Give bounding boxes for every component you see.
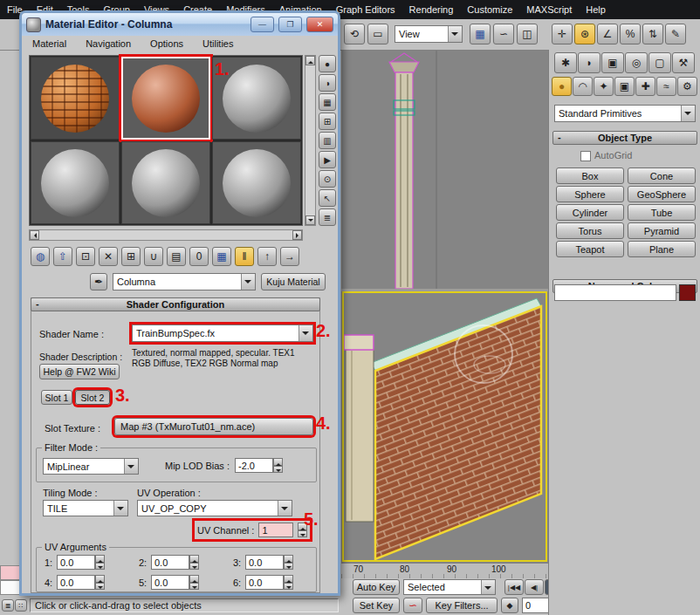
show-end-result-icon[interactable]: ‖ bbox=[235, 247, 254, 266]
uv-arg-field-2[interactable]: 0.0 bbox=[151, 555, 189, 570]
mip-lod-bias-spinner[interactable] bbox=[273, 458, 283, 473]
go-to-start-button[interactable]: |◀◀ bbox=[504, 579, 524, 595]
macro-recorder-icon[interactable]: ∷ bbox=[15, 599, 27, 612]
object-color-swatch[interactable] bbox=[679, 284, 696, 301]
sample-slot-6[interactable] bbox=[212, 141, 301, 224]
lights-category-icon[interactable]: ✦ bbox=[594, 77, 614, 96]
primitive-teapot-button[interactable]: Teapot bbox=[556, 241, 624, 257]
menu-maxscript[interactable]: MAXScript bbox=[519, 4, 579, 15]
dropdown-arrow-icon[interactable] bbox=[124, 459, 138, 474]
sample-type-icon[interactable]: ● bbox=[319, 55, 336, 72]
set-key-button[interactable]: Set Key bbox=[353, 598, 400, 613]
background-icon[interactable]: ▦ bbox=[319, 93, 336, 111]
backlight-icon[interactable]: ◑ bbox=[319, 74, 336, 92]
go-forward-sibling-icon[interactable]: → bbox=[280, 247, 299, 266]
primitive-box-button[interactable]: Box bbox=[556, 167, 624, 184]
sample-horizontal-scrollbar[interactable] bbox=[29, 229, 303, 241]
percent-snap-icon[interactable]: % bbox=[620, 24, 641, 44]
minimize-button[interactable]: — bbox=[250, 17, 274, 32]
uv-operation-dropdown[interactable]: UV_OP_COPY bbox=[137, 500, 292, 516]
curve-editor-icon[interactable]: ∽ bbox=[493, 24, 514, 44]
assign-material-icon[interactable]: ⊡ bbox=[76, 247, 95, 266]
menu-customize[interactable]: Customize bbox=[460, 4, 519, 15]
utilities-tab-icon[interactable]: ⚒ bbox=[672, 52, 695, 73]
uv-arg-field-3[interactable]: 0.0 bbox=[245, 555, 284, 570]
uv-arg-spinner[interactable] bbox=[189, 575, 199, 590]
make-preview-icon[interactable]: ▶ bbox=[319, 151, 336, 168]
select-by-material-icon[interactable]: ↖ bbox=[319, 189, 336, 207]
sample-slot-2-selected[interactable] bbox=[121, 57, 210, 140]
dropdown-arrow-icon[interactable] bbox=[299, 325, 312, 341]
rotate-view-icon[interactable]: ⟲ bbox=[344, 24, 365, 44]
menu-utilities[interactable]: Utilities bbox=[202, 38, 233, 49]
modify-tab-icon[interactable]: ◗ bbox=[578, 52, 600, 73]
primitive-sphere-button[interactable]: Sphere bbox=[556, 186, 624, 202]
menu-help[interactable]: Help bbox=[579, 4, 613, 15]
options-icon[interactable]: ⊙ bbox=[319, 170, 336, 188]
layer-manager-icon[interactable]: ▦ bbox=[470, 24, 491, 44]
primitive-cylinder-button[interactable]: Cylinder bbox=[556, 204, 624, 221]
systems-category-icon[interactable]: ⚙ bbox=[677, 77, 697, 96]
motion-tab-icon[interactable]: ◎ bbox=[625, 52, 648, 73]
material-type-button[interactable]: Kuju Material bbox=[261, 273, 326, 290]
view-dropdown[interactable]: View bbox=[395, 25, 463, 43]
make-material-copy-icon[interactable]: ⊞ bbox=[121, 247, 141, 266]
menu-options[interactable]: Options bbox=[150, 38, 183, 49]
sample-slot-5[interactable] bbox=[121, 141, 210, 224]
show-map-in-viewport-icon[interactable]: ▦ bbox=[212, 247, 231, 266]
select-and-manipulate-icon[interactable]: ✛ bbox=[552, 24, 573, 44]
maximize-button[interactable]: ❐ bbox=[278, 17, 302, 32]
menu-navigation[interactable]: Navigation bbox=[86, 38, 131, 49]
helpers-category-icon[interactable]: ✚ bbox=[635, 77, 655, 96]
video-color-check-icon[interactable]: ▥ bbox=[319, 132, 336, 149]
filter-mode-dropdown[interactable]: MipLinear bbox=[43, 458, 139, 475]
uv-channel-field[interactable]: 1 bbox=[258, 523, 293, 537]
rollout-collapse-icon[interactable]: - bbox=[36, 298, 39, 309]
primitive-plane-button[interactable]: Plane bbox=[628, 241, 696, 257]
uv-arg-spinner[interactable] bbox=[95, 555, 105, 570]
primitive-cone-button[interactable]: Cone bbox=[628, 167, 696, 184]
object-type-rollout[interactable]: - Object Type bbox=[552, 131, 697, 145]
sample-slot-1[interactable] bbox=[31, 57, 120, 140]
sample-slot-4[interactable] bbox=[31, 141, 120, 224]
dropdown-arrow-icon[interactable] bbox=[448, 26, 462, 42]
close-button[interactable]: ✕ bbox=[306, 17, 333, 32]
menu-rendering[interactable]: Rendering bbox=[402, 4, 461, 15]
make-unique-icon[interactable]: ∪ bbox=[144, 247, 163, 266]
scroll-right-icon[interactable] bbox=[292, 230, 302, 240]
uv-arg-spinner[interactable] bbox=[189, 555, 199, 570]
brick-wall[interactable] bbox=[375, 306, 541, 559]
scroll-down-icon[interactable] bbox=[305, 215, 315, 225]
key-filters-button[interactable]: Key Filters... bbox=[426, 598, 498, 613]
spinner-snap-icon[interactable]: ⇅ bbox=[642, 24, 663, 44]
angle-snap-icon[interactable]: ∠ bbox=[597, 24, 618, 44]
snaps-toggle-icon[interactable]: ⊛ bbox=[574, 24, 595, 44]
maxscript-listener-icon[interactable]: ≣ bbox=[2, 599, 14, 612]
named-selection-icon[interactable]: ✎ bbox=[665, 24, 686, 44]
auto-key-button[interactable]: Auto Key bbox=[353, 579, 400, 595]
slot1-tab[interactable]: Slot 1 bbox=[41, 390, 72, 405]
rollout-collapse-icon[interactable]: - bbox=[558, 132, 561, 142]
scroll-up-icon[interactable] bbox=[305, 56, 315, 65]
pick-material-eyedropper-icon[interactable]: ✒ bbox=[90, 273, 107, 290]
go-to-parent-icon[interactable]: ↑ bbox=[257, 247, 277, 266]
uv-arg-spinner[interactable] bbox=[95, 575, 105, 590]
uv-arg-field-4[interactable]: 0.0 bbox=[57, 575, 95, 590]
primitive-tube-button[interactable]: Tube bbox=[628, 204, 696, 221]
material-id-channel-icon[interactable]: 0 bbox=[189, 247, 209, 266]
object-name-field[interactable] bbox=[554, 284, 676, 301]
put-material-to-scene-icon[interactable]: ⇧ bbox=[53, 247, 72, 266]
material-name-dropdown[interactable]: Columna bbox=[113, 273, 256, 290]
primitive-torus-button[interactable]: Torus bbox=[556, 222, 624, 239]
uv-arg-field-1[interactable]: 0.0 bbox=[57, 555, 95, 570]
shapes-category-icon[interactable]: ◠ bbox=[573, 77, 593, 96]
dialog-title-bar[interactable]: Material Editor - Columna — ❐ ✕ bbox=[22, 13, 338, 36]
dropdown-arrow-icon[interactable] bbox=[681, 106, 695, 121]
uv-arg-field-5[interactable]: 0.0 bbox=[151, 575, 189, 590]
autogrid-checkbox[interactable] bbox=[580, 151, 591, 161]
create-tab-icon[interactable]: ✱ bbox=[554, 52, 577, 73]
timeline-ruler[interactable]: 70 80 90 100 bbox=[341, 563, 548, 578]
dropdown-arrow-icon[interactable] bbox=[481, 580, 495, 594]
put-to-library-icon[interactable]: ▤ bbox=[167, 247, 186, 266]
menu-material[interactable]: Material bbox=[32, 38, 66, 49]
